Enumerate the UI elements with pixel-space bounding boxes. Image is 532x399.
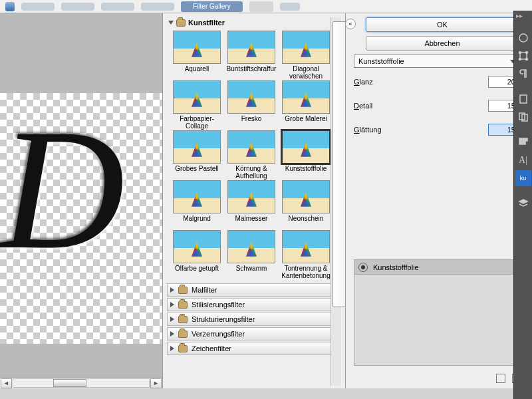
inactive-doc-tab[interactable]: [249, 1, 273, 12]
thumb-preview: [173, 80, 221, 114]
filter-thumb-tontrennung-kantenbetonung[interactable]: Tontrennung & Kantenbetonung: [280, 230, 332, 279]
separator: [515, 127, 531, 132]
thumb-preview: [282, 180, 330, 213]
filter-thumb-grobes-pastell[interactable]: Grobes Pastell: [171, 130, 223, 180]
filter-thumb-grobe-malerei[interactable]: Grobe Malerei: [280, 80, 332, 130]
character-panel-icon[interactable]: A|: [515, 152, 531, 168]
svg-rect-11: [526, 138, 527, 141]
svg-point-5: [525, 59, 527, 61]
menu-blur: [101, 3, 134, 11]
layers-panel-icon[interactable]: [515, 196, 531, 211]
filter-thumb-kunststofffolie[interactable]: Kunststofffolie: [280, 130, 332, 180]
scroll-thumb[interactable]: [53, 379, 86, 387]
filter-thumb-neonschein[interactable]: Neonschein: [280, 180, 332, 229]
category-verzerrungsfilter[interactable]: Verzerrungsfilter: [167, 327, 341, 340]
category-kunstfilter-open[interactable]: Kunstfilter: [167, 17, 341, 29]
effect-layer-label: Kunststofffolie: [373, 263, 419, 271]
document-panel-icon[interactable]: [515, 91, 531, 107]
visibility-eye-icon[interactable]: [358, 263, 368, 272]
scroll-left-button[interactable]: ◄: [1, 378, 12, 388]
svg-point-2: [519, 52, 521, 54]
filter-select-dropdown[interactable]: Kunststofffolie: [354, 55, 519, 68]
thumb-preview: [227, 130, 275, 164]
thumb-preview: [282, 230, 330, 263]
menu-blur: [141, 3, 174, 11]
svg-rect-6: [520, 95, 527, 103]
thumb-preview: [282, 31, 330, 64]
filter-thumb-aquarell[interactable]: Aquarell: [171, 31, 223, 80]
thumb-label: Ölfarbe getupft: [175, 265, 219, 279]
filter-thumb-fresko[interactable]: Fresko: [225, 80, 277, 130]
param-row-glanz: Glanz20: [354, 76, 519, 88]
filter-thumb-buntstiftschraffur[interactable]: Buntstiftschraffur: [225, 31, 277, 80]
thumb-preview: [173, 31, 221, 64]
thumb-preview: [282, 80, 330, 114]
filter-thumb-malmesser[interactable]: Malmesser: [225, 180, 277, 229]
thumb-label: Schwamm: [236, 265, 267, 279]
thumb-preview: [227, 180, 275, 213]
category-stilisierungsfilter[interactable]: Stilisierungsfilter: [167, 298, 341, 311]
thumb-label: Malmesser: [235, 215, 268, 229]
swatches-panel-icon[interactable]: [515, 134, 531, 150]
filter-thumb-diagonal-verwischen[interactable]: Diagonal verwischen: [280, 31, 332, 80]
preview-canvas[interactable]: D: [0, 13, 162, 377]
folder-icon: [178, 287, 188, 294]
paragraph-panel-icon[interactable]: [515, 66, 531, 82]
thumb-label: Kunststofffolie: [285, 165, 327, 180]
category-zeichenfilter[interactable]: Zeichenfilter: [167, 342, 341, 355]
svg-point-3: [525, 52, 527, 54]
svg-point-0: [519, 34, 527, 42]
right-toolbar: ▸▸ A| ku: [513, 11, 532, 399]
filter-thumb-malgrund[interactable]: Malgrund: [171, 180, 223, 229]
folder-icon: [178, 331, 188, 338]
panel-collapse-arrows[interactable]: ▸▸: [516, 12, 529, 20]
active-doc-tab[interactable]: Filter Gallery: [181, 1, 243, 12]
thumb-preview: [173, 230, 221, 263]
ok-button[interactable]: OK: [366, 17, 519, 32]
scroll-track[interactable]: [13, 378, 150, 388]
disclosure-right-icon: [170, 287, 174, 293]
folder-icon: [178, 316, 188, 323]
thumb-label: Grobes Pastell: [175, 165, 219, 180]
thumb-label: Farbpapier-Collage: [171, 115, 223, 130]
scroll-right-button[interactable]: ►: [150, 378, 162, 388]
thumb-preview: [282, 130, 330, 164]
thumb-preview: [173, 130, 221, 164]
category-label: Verzerrungsfilter: [192, 330, 245, 338]
new-effect-layer-icon[interactable]: [496, 374, 505, 383]
thumbnail-grid: AquarellBuntstiftschraffurDiagonal verwi…: [167, 29, 341, 282]
thumb-preview: [173, 180, 221, 213]
thumb-label: Aquarell: [185, 65, 209, 80]
app-menu-bar: Filter Gallery: [0, 0, 532, 13]
filter-thumb-schwamm[interactable]: Schwamm: [225, 230, 277, 279]
collapse-toggle[interactable]: «: [345, 19, 356, 29]
effect-layer-row[interactable]: Kunststofffolie: [354, 260, 526, 275]
filter-thumb-k-rnung-aufhellung[interactable]: Körnung & Aufhellung: [225, 130, 277, 180]
cancel-button[interactable]: Abbrechen: [366, 36, 519, 51]
menu-blur: [61, 3, 94, 11]
thumb-label: Neonschein: [289, 215, 324, 229]
filter-thumb-farbpapier-collage[interactable]: Farbpapier-Collage: [171, 80, 223, 130]
category-label: Zeichenfilter: [192, 344, 231, 352]
category-strukturierungsfilter[interactable]: Strukturierungsfilter: [167, 313, 341, 326]
transform-panel-icon[interactable]: [515, 48, 531, 64]
gallery-vertical-scrollbar[interactable]: [331, 17, 341, 386]
disclosure-right-icon: [170, 302, 174, 307]
separator: [515, 188, 531, 194]
disclosure-right-icon: [170, 331, 174, 336]
horizontal-scrollbar[interactable]: ◄ ►: [0, 377, 162, 388]
thumb-preview: [227, 80, 275, 114]
svg-rect-10: [523, 138, 525, 141]
color-panel-icon[interactable]: [515, 30, 531, 46]
svg-rect-12: [519, 142, 522, 144]
svg-rect-13: [523, 142, 525, 144]
category-malfilter[interactable]: Malfilter: [167, 283, 341, 297]
disclosure-right-icon: [170, 317, 174, 322]
thumb-preview: [227, 230, 275, 263]
thumb-label: Buntstiftschraffur: [227, 65, 277, 80]
filter-thumb--lfarbe-getupft[interactable]: Ölfarbe getupft: [171, 230, 223, 279]
category-label: Kunstfilter: [188, 19, 225, 27]
preview-letter: D: [0, 120, 125, 258]
copies-panel-icon[interactable]: [515, 109, 531, 125]
kuler-panel-icon[interactable]: ku: [515, 170, 531, 186]
